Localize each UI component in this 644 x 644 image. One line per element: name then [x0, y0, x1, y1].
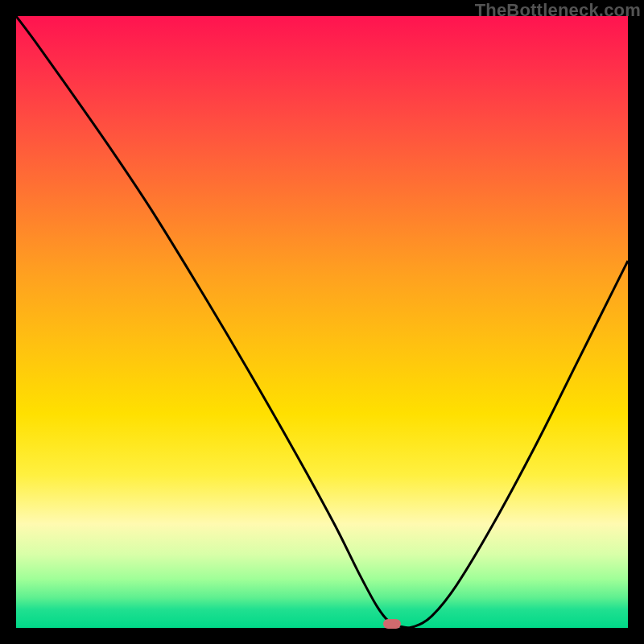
watermark-text: TheBottleneck.com	[475, 0, 641, 21]
bottleneck-curve-svg	[16, 16, 628, 628]
bottleneck-curve-path	[16, 16, 628, 628]
chart-frame	[16, 16, 628, 628]
optimal-point-marker	[383, 619, 401, 629]
